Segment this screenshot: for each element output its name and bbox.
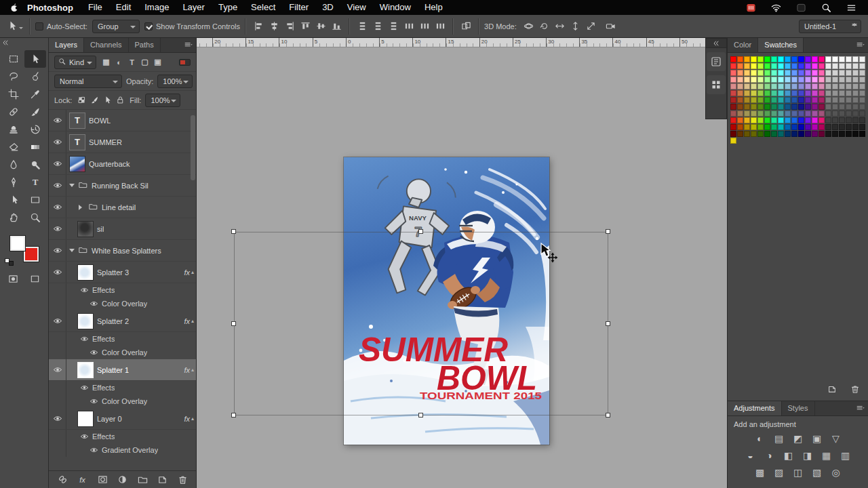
swatch[interactable] — [751, 124, 757, 130]
show-transform-checkbox[interactable] — [144, 22, 153, 30]
align-top-edges-icon[interactable] — [298, 19, 313, 34]
transform-handle[interactable] — [418, 229, 423, 234]
swatch[interactable] — [791, 117, 797, 123]
tab-channels[interactable]: Channels — [84, 38, 128, 52]
menu-type[interactable]: Type — [212, 0, 244, 15]
filter-shape-layers-icon[interactable]: ▢ — [139, 56, 151, 68]
swatch[interactable] — [751, 83, 757, 89]
swatch[interactable] — [744, 110, 750, 117]
swatch[interactable] — [825, 104, 831, 110]
crop-tool[interactable] — [3, 85, 24, 103]
swatch[interactable] — [744, 104, 750, 110]
visibility-cell[interactable] — [49, 110, 66, 131]
swatch[interactable] — [757, 131, 764, 137]
layers-tabs-panel-menu-icon[interactable] — [183, 40, 194, 51]
swatch[interactable] — [751, 110, 757, 117]
visibility-cell[interactable] — [49, 197, 66, 218]
swatch[interactable] — [764, 83, 770, 89]
swatch[interactable] — [812, 104, 818, 110]
canvas-area[interactable]: 201510505101520253035404550 — [197, 38, 727, 488]
swatch[interactable] — [818, 117, 825, 123]
swatch[interactable] — [846, 70, 852, 76]
swatch[interactable] — [825, 83, 831, 89]
swatch[interactable] — [852, 90, 859, 96]
swatch[interactable] — [730, 70, 736, 76]
layer-row[interactable]: Running Back Sil — [49, 175, 196, 197]
swatch[interactable] — [778, 117, 784, 123]
swatch[interactable] — [764, 70, 770, 76]
swatch[interactable] — [744, 63, 750, 69]
swatch[interactable] — [859, 124, 865, 130]
swatch[interactable] — [771, 97, 777, 103]
zoom-tool[interactable] — [24, 209, 46, 226]
layer-row[interactable]: sil — [49, 218, 196, 240]
eyedropper-tool[interactable] — [24, 85, 46, 103]
align-left-edges-icon[interactable] — [251, 19, 266, 34]
swatch[interactable] — [798, 110, 804, 117]
swatch[interactable] — [859, 83, 865, 89]
swatch[interactable] — [852, 63, 859, 69]
swatch[interactable] — [825, 90, 831, 96]
swatch[interactable] — [771, 70, 777, 76]
auto-align-layers-icon[interactable] — [458, 19, 473, 34]
swatch[interactable] — [832, 77, 838, 83]
swatch[interactable] — [785, 77, 791, 83]
disclosure-triangle-icon[interactable] — [69, 184, 75, 190]
swatch[interactable] — [744, 117, 750, 123]
swatch[interactable] — [805, 97, 811, 103]
distribute-left-edges-icon[interactable] — [401, 19, 416, 34]
history-brush-tool[interactable] — [24, 121, 46, 138]
swatch[interactable] — [785, 97, 791, 103]
hue-saturation-icon[interactable]: ◒ — [743, 448, 758, 462]
swatch[interactable] — [737, 90, 743, 96]
visibility-cell[interactable] — [49, 262, 66, 283]
swatch[interactable] — [757, 90, 764, 96]
swatch[interactable] — [818, 90, 825, 96]
swatch[interactable] — [730, 104, 736, 110]
swatch[interactable] — [764, 117, 770, 123]
swatch[interactable] — [825, 117, 831, 123]
swatch[interactable] — [737, 117, 743, 123]
tab-styles[interactable]: Styles — [782, 401, 815, 415]
hand-tool[interactable] — [3, 209, 24, 226]
visibility-cell[interactable] — [49, 394, 66, 408]
swatch[interactable] — [839, 63, 845, 69]
swatch[interactable] — [730, 117, 736, 123]
swatch[interactable] — [764, 77, 770, 83]
pasteboard[interactable]: NAVY 7 — [197, 47, 727, 488]
swatch[interactable] — [832, 56, 838, 62]
swatch[interactable] — [744, 70, 750, 76]
swatch[interactable] — [805, 83, 811, 89]
collapse-effects-icon[interactable]: ▴ — [191, 415, 194, 422]
link-layers-icon[interactable] — [55, 472, 70, 487]
pen-tool[interactable] — [3, 174, 24, 191]
notification-center-icon[interactable] — [844, 0, 859, 15]
distribute-horizontal-centers-icon[interactable] — [417, 19, 432, 34]
text-layer-thumbnail[interactable]: T — [69, 134, 85, 150]
swatch[interactable] — [757, 97, 764, 103]
swatch[interactable] — [839, 131, 845, 137]
swatch-tabs-panel-menu-icon[interactable] — [855, 40, 866, 51]
swatch[interactable] — [825, 97, 831, 103]
swatch[interactable] — [791, 104, 797, 110]
swatch[interactable] — [859, 77, 865, 83]
swatch[interactable] — [812, 63, 818, 69]
swatch[interactable] — [751, 56, 757, 62]
swatch[interactable] — [764, 104, 770, 110]
swatch[interactable] — [839, 117, 845, 123]
document-selector[interactable]: Untitled-1 — [799, 20, 861, 33]
type-tool[interactable]: T — [24, 174, 46, 191]
align-horizontal-centers-icon[interactable] — [267, 19, 281, 34]
swatch[interactable] — [778, 90, 784, 96]
swatch[interactable] — [771, 77, 777, 83]
brightness-contrast-icon[interactable]: ◐ — [752, 431, 768, 445]
swatch[interactable] — [818, 83, 825, 89]
swatch[interactable] — [812, 97, 818, 103]
swatch[interactable] — [791, 83, 797, 89]
swatch[interactable] — [812, 83, 818, 89]
swatch[interactable] — [737, 56, 743, 62]
swatch[interactable] — [798, 83, 804, 89]
swatch[interactable] — [846, 56, 852, 62]
visibility-cell[interactable] — [49, 310, 66, 331]
auto-select-dropdown[interactable]: Group — [92, 20, 140, 33]
